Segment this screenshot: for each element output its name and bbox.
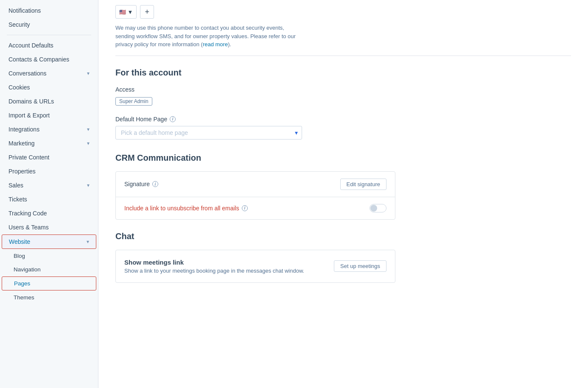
edit-signature-button[interactable]: Edit signature — [340, 179, 387, 190]
sidebar-item-users-teams[interactable]: Users & Teams — [2, 221, 96, 234]
default-home-label: Default Home Page — [115, 116, 167, 123]
toggle-knob — [370, 205, 377, 212]
phone-description: We may use this phone number to contact … — [115, 24, 302, 49]
access-label: Access — [115, 86, 134, 93]
sidebar-item-integrations[interactable]: Integrations ▾ — [2, 123, 96, 136]
sidebar-item-account-defaults[interactable]: Account Defaults — [2, 39, 96, 52]
chevron-down-icon: ▾ — [87, 140, 90, 146]
unsubscribe-info-icon[interactable]: i — [242, 205, 248, 211]
chat-info: Show meetings link Show a link to your m… — [124, 259, 304, 274]
unsubscribe-label-wrap: Include a link to unsubscribe from all e… — [124, 205, 248, 212]
chevron-down-icon: ▾ — [87, 70, 90, 76]
for-this-account-title: For this account — [115, 68, 571, 78]
sidebar-item-themes[interactable]: Themes — [2, 291, 96, 304]
sidebar-item-notifications[interactable]: Notifications — [2, 4, 96, 17]
unsubscribe-row: Include a link to unsubscribe from all e… — [116, 197, 395, 219]
info-icon[interactable]: i — [170, 116, 176, 122]
signature-label: Signature — [124, 181, 150, 187]
sidebar-item-cookies[interactable]: Cookies — [2, 81, 96, 94]
chevron-down-icon: ▾ — [87, 126, 90, 132]
sidebar-item-properties[interactable]: Properties — [2, 165, 96, 178]
unsubscribe-toggle-wrap — [370, 204, 386, 212]
access-label-row: Access — [115, 86, 571, 93]
chat-title: Chat — [115, 232, 571, 241]
chat-card: Show meetings link Show a link to your m… — [115, 250, 395, 283]
default-home-select-wrapper: Pick a default home page ▾ — [115, 126, 302, 140]
signature-info-icon[interactable]: i — [152, 181, 158, 187]
super-admin-badge: Super Admin — [115, 97, 152, 106]
sidebar-item-contacts-companies[interactable]: Contacts & Companies — [2, 53, 96, 66]
unsubscribe-label: Include a link to unsubscribe from all e… — [124, 205, 239, 212]
phone-flag-button[interactable]: 🇺🇸 ▼ — [115, 5, 137, 19]
sidebar-item-marketing[interactable]: Marketing ▾ — [2, 137, 96, 150]
crm-communication-title: CRM Communication — [115, 153, 571, 163]
default-home-label-row: Default Home Page i — [115, 116, 571, 123]
sidebar-item-sales[interactable]: Sales ▾ — [2, 179, 96, 192]
sidebar-divider — [7, 35, 91, 35]
sidebar-item-blog[interactable]: Blog — [2, 249, 96, 262]
chat-row: Show meetings link Show a link to your m… — [124, 259, 386, 274]
signature-label-wrap: Signature i — [124, 181, 158, 187]
read-more-link[interactable]: read more — [203, 41, 228, 47]
sidebar-item-pages[interactable]: Pages — [2, 276, 96, 290]
sidebar-item-security[interactable]: Security — [2, 18, 96, 31]
chat-card-title: Show meetings link — [124, 259, 304, 266]
sidebar-item-navigation[interactable]: Navigation — [2, 263, 96, 276]
access-section: Access Super Admin — [115, 86, 571, 106]
phone-add-button[interactable]: + — [140, 5, 154, 19]
chevron-down-icon: ▾ — [87, 239, 89, 245]
main-content: 🇺🇸 ▼ + We may use this phone number to c… — [98, 0, 588, 388]
default-home-section: Default Home Page i Pick a default home … — [115, 116, 571, 140]
default-home-select[interactable]: Pick a default home page — [115, 126, 302, 140]
set-up-meetings-button[interactable]: Set up meetings — [334, 260, 386, 272]
unsubscribe-toggle[interactable] — [370, 204, 386, 212]
sidebar-item-website[interactable]: Website ▾ — [2, 234, 96, 249]
phone-controls: 🇺🇸 ▼ + — [115, 5, 571, 19]
sidebar-item-import-export[interactable]: Import & Export — [2, 109, 96, 122]
sidebar-item-tracking-code[interactable]: Tracking Code — [2, 207, 96, 220]
sidebar-item-conversations[interactable]: Conversations ▾ — [2, 67, 96, 80]
sidebar-item-tickets[interactable]: Tickets — [2, 193, 96, 206]
signature-row: Signature i Edit signature — [116, 172, 395, 197]
sidebar-item-domains-urls[interactable]: Domains & URLs — [2, 95, 96, 108]
sidebar: Notifications Security Account Defaults … — [0, 0, 98, 388]
chevron-down-icon: ▾ — [87, 182, 90, 188]
sidebar-item-private-content[interactable]: Private Content — [2, 151, 96, 164]
crm-communication-card: Signature i Edit signature Include a lin… — [115, 171, 395, 220]
phone-section: 🇺🇸 ▼ + We may use this phone number to c… — [115, 0, 571, 56]
chat-card-desc: Show a link to your meetings booking pag… — [124, 268, 304, 274]
